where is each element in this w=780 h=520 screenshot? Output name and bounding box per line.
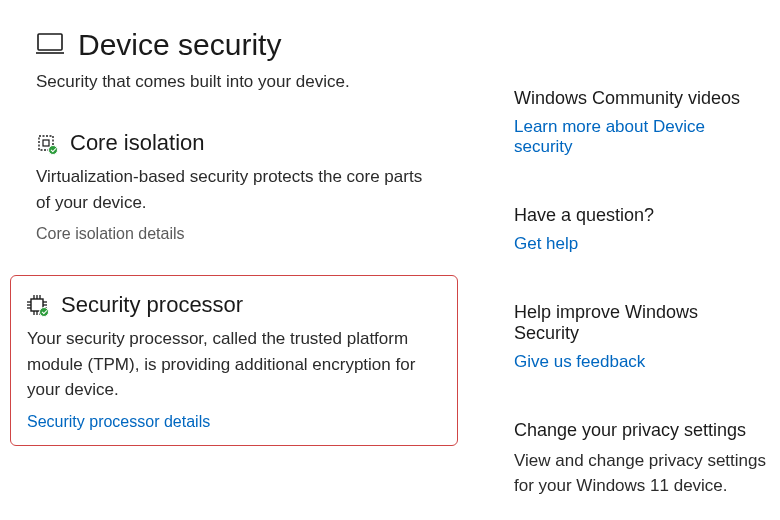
have-question-title: Have a question?: [514, 205, 768, 226]
community-videos-title: Windows Community videos: [514, 88, 768, 109]
have-question-block: Have a question? Get help: [514, 205, 768, 254]
core-isolation-section: Core isolation Virtualization-based secu…: [36, 130, 466, 243]
svg-rect-3: [43, 140, 49, 146]
community-videos-block: Windows Community videos Learn more abou…: [514, 88, 768, 157]
page-subtitle: Security that comes built into your devi…: [36, 72, 466, 92]
page-title: Device security: [78, 28, 281, 62]
security-processor-title: Security processor: [61, 292, 243, 318]
security-processor-details-link[interactable]: Security processor details: [27, 413, 441, 431]
device-icon: [36, 33, 64, 58]
improve-security-title: Help improve Windows Security: [514, 302, 768, 344]
page-title-row: Device security: [36, 28, 466, 62]
core-isolation-title: Core isolation: [70, 130, 205, 156]
security-processor-section: Security processor Your security process…: [10, 275, 458, 446]
improve-security-block: Help improve Windows Security Give us fe…: [514, 302, 768, 372]
learn-device-security-link[interactable]: Learn more about Device security: [514, 117, 768, 157]
core-isolation-details-link[interactable]: Core isolation details: [36, 225, 466, 243]
core-isolation-description: Virtualization-based security protects t…: [36, 164, 436, 215]
privacy-settings-block: Change your privacy settings View and ch…: [514, 420, 768, 498]
checkmark-badge-icon: [48, 145, 58, 155]
checkmark-badge-icon: [39, 307, 49, 317]
privacy-settings-text: View and change privacy settings for you…: [514, 449, 768, 498]
give-feedback-link[interactable]: Give us feedback: [514, 352, 768, 372]
core-isolation-icon: [36, 133, 56, 153]
privacy-settings-title: Change your privacy settings: [514, 420, 768, 441]
security-processor-icon: [27, 295, 47, 315]
svg-rect-0: [38, 34, 62, 50]
security-processor-description: Your security processor, called the trus…: [27, 326, 427, 403]
get-help-link[interactable]: Get help: [514, 234, 768, 254]
